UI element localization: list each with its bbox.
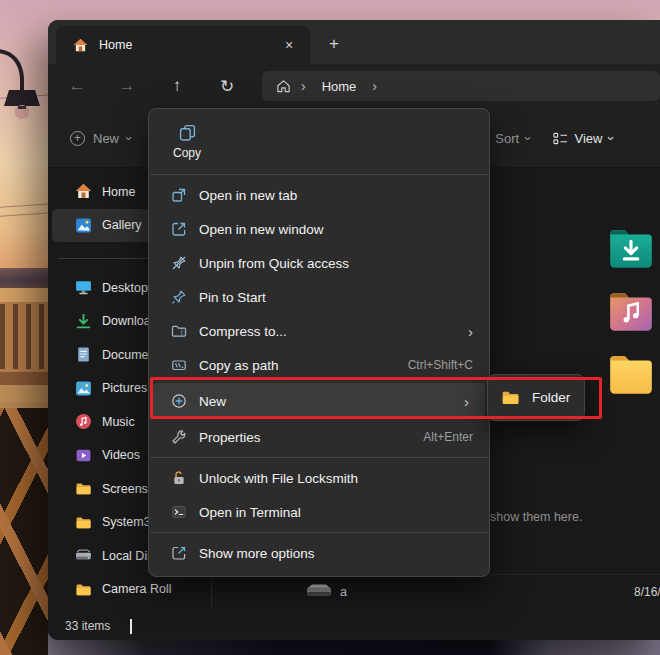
show-more-options-icon <box>171 545 187 561</box>
sidebar-item-label: Home <box>102 185 135 199</box>
menu-item-label: Compress to... <box>199 324 456 339</box>
file-date-modified: 8/16/ <box>634 585 660 599</box>
menu-item-unlock-with-file-locksmith[interactable]: Unlock with File Locksmith <box>149 461 489 495</box>
new-plus-circle-icon <box>171 393 187 409</box>
sidebar-item-label: Music <box>102 415 135 429</box>
menu-item-properties[interactable]: Properties Alt+Enter <box>149 420 489 454</box>
breadcrumb-separator: › <box>372 78 377 94</box>
copy-as-path-icon <box>171 357 187 373</box>
command-bar-right-group: › Sort › View › <box>478 123 660 153</box>
menu-item-pin-to-start[interactable]: Pin to Start <box>149 280 489 314</box>
tab-title: Home <box>99 38 268 52</box>
menu-item-label: Unlock with File Locksmith <box>199 471 473 486</box>
pin-icon <box>171 289 187 305</box>
sidebar-item-label: Videos <box>102 448 140 462</box>
menu-separator <box>150 457 488 458</box>
sidebar-item-label: Camera Roll <box>102 582 171 596</box>
navigation-bar: ← → ↑ ↻ › Home › <box>48 64 660 108</box>
back-button[interactable]: ← <box>61 71 93 101</box>
downloads-icon <box>75 313 92 330</box>
menu-item-label: Open in new tab <box>199 188 473 203</box>
sidebar-item-label: Pictures <box>102 381 147 395</box>
view-button-label: View <box>575 131 603 146</box>
folder-icon <box>75 514 92 531</box>
chevron-down-icon: › <box>605 136 618 140</box>
menu-item-label: Open in new window <box>199 222 473 237</box>
lantern-silhouette-icon <box>0 46 48 134</box>
breadcrumb-home[interactable]: Home <box>316 79 363 94</box>
chevron-down-icon: › <box>522 136 535 140</box>
home-icon <box>75 183 92 200</box>
desktop-icon <box>75 279 92 296</box>
empty-state-hint: show them here. <box>490 510 582 524</box>
music-icon <box>75 413 92 430</box>
menu-item-label: Show more options <box>199 546 473 561</box>
view-icon <box>553 131 568 146</box>
menu-item-open-in-new-window[interactable]: Open in new window <box>149 212 489 246</box>
new-button[interactable]: + New › <box>62 123 139 153</box>
unpin-icon <box>171 255 187 271</box>
documents-icon <box>75 346 92 363</box>
new-tab-button[interactable]: + <box>320 31 348 57</box>
drive-file-icon <box>305 582 333 600</box>
menu-separator <box>150 174 488 175</box>
forward-button[interactable]: → <box>111 71 143 101</box>
menu-item-label: Pin to Start <box>199 290 473 305</box>
videos-icon <box>75 447 92 464</box>
copy-button[interactable]: Copy <box>161 113 213 171</box>
menu-item-open-in-new-tab[interactable]: Open in new tab <box>149 178 489 212</box>
folder-icon <box>75 480 92 497</box>
terminal-icon <box>171 504 187 520</box>
view-button[interactable]: View › <box>544 131 623 146</box>
menu-item-open-in-terminal[interactable]: Open in Terminal <box>149 495 489 529</box>
address-home-icon <box>276 79 291 94</box>
submenu-chevron-icon: › <box>464 393 469 410</box>
chevron-down-icon: › <box>123 136 136 140</box>
home-tab-icon <box>72 38 89 53</box>
menu-item-new[interactable]: New › <box>153 383 485 419</box>
menu-item-label: New <box>199 394 452 409</box>
open-in-new-window-icon <box>171 221 187 237</box>
menu-item-label: Open in Terminal <box>199 505 473 520</box>
folder-icon <box>75 581 92 598</box>
status-separator <box>130 619 132 634</box>
menu-item-label: Properties <box>199 430 411 445</box>
tab-home[interactable]: Home × <box>56 26 310 64</box>
music-folder-tile[interactable] <box>606 287 656 337</box>
menu-item-compress-to[interactable]: Compress to... › <box>149 314 489 348</box>
properties-wrench-icon <box>171 429 187 445</box>
plus-circle-icon: + <box>70 131 85 146</box>
up-button[interactable]: ↑ <box>161 71 193 101</box>
menu-item-shortcut: Alt+Enter <box>423 430 473 444</box>
new-submenu: Folder <box>487 374 585 421</box>
file-name: a <box>340 585 347 599</box>
context-menu-icon-row: Copy <box>149 113 489 171</box>
compress-folder-icon <box>171 323 187 339</box>
downloads-folder-tile[interactable] <box>606 224 656 274</box>
folder-icon <box>501 388 520 407</box>
folder-tile[interactable] <box>606 350 656 400</box>
open-in-new-tab-icon <box>171 187 187 203</box>
address-bar[interactable]: › Home › <box>262 71 660 101</box>
status-bar: 33 items <box>48 612 660 640</box>
submenu-item-folder[interactable]: Folder <box>532 390 570 405</box>
menu-item-unpin-from-quick-access[interactable]: Unpin from Quick access <box>149 246 489 280</box>
menu-separator <box>150 532 488 533</box>
menu-item-show-more-options[interactable]: Show more options <box>149 536 489 570</box>
copy-icon <box>179 124 196 141</box>
items-count: 33 items <box>65 619 110 633</box>
gallery-icon <box>75 217 92 234</box>
file-row[interactable]: a 8/16/ <box>212 578 660 608</box>
menu-item-shortcut: Ctrl+Shift+C <box>408 358 473 372</box>
tab-close-button[interactable]: × <box>278 34 300 56</box>
pictures-icon <box>75 380 92 397</box>
menu-item-label: Unpin from Quick access <box>199 256 473 271</box>
submenu-chevron-icon: › <box>468 323 473 340</box>
menu-item-label: Copy as path <box>199 358 396 373</box>
menu-item-copy-as-path[interactable]: Copy as path Ctrl+Shift+C <box>149 348 489 382</box>
copy-button-label: Copy <box>173 146 201 160</box>
sort-button[interactable]: Sort › <box>486 131 539 146</box>
sidebar-item-camera-roll[interactable]: Camera Roll <box>48 573 211 607</box>
refresh-button[interactable]: ↻ <box>211 71 243 101</box>
drive-icon <box>75 547 92 564</box>
